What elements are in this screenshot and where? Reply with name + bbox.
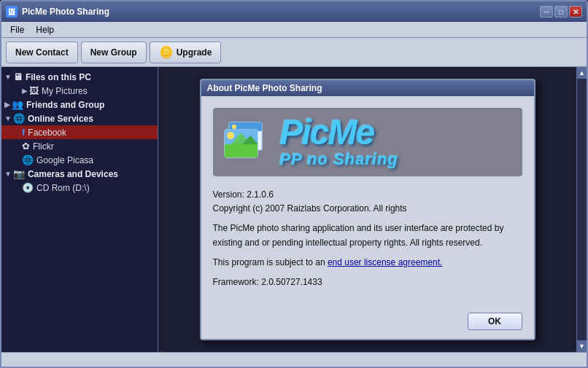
pictures-icon: 🖼 [29,85,39,96]
sidebar-section-online[interactable]: ▼ 🌐 Online Services [1,111,158,125]
status-bar [1,352,587,367]
logo-text-area: PicMe PP no Sharing [280,115,515,169]
scroll-down-arrow[interactable]: ▼ [577,340,587,352]
scroll-up-arrow[interactable]: ▲ [577,67,587,79]
window-controls: ─ □ ✕ [540,6,582,17]
maximize-button[interactable]: □ [554,6,568,17]
version-label: Version: [213,189,247,200]
expand-arrow-online: ▼ [4,114,12,122]
menu-bar: File Help [1,22,587,38]
dialog-title-bar: About PicMe Photo Sharing [201,80,534,96]
app-logo-icon [220,117,271,168]
sidebar: ▼ 🖥 Files on this PC ▶ 🖼 My Pictures ▶ 👥… [1,67,158,352]
sidebar-item-facebook[interactable]: f Facebook [1,125,158,139]
flickr-icon: ✿ [22,141,30,152]
svg-rect-8 [225,144,258,157]
main-panel: About PicMe Photo Sharing [158,67,576,352]
license-link[interactable]: end user liscense agreement. [328,257,442,267]
sidebar-online-label: Online Services [28,114,93,124]
minimize-button[interactable]: ─ [540,6,553,17]
title-bar: 🖼 PicMe Photo Sharing ─ □ ✕ [1,1,587,22]
version-value: 2.1.0.6 [247,189,274,200]
online-icon: 🌐 [13,113,25,124]
sidebar-cameras-label: Cameras and Devices [28,169,118,179]
main-content-area: About PicMe Photo Sharing [158,67,587,352]
menu-help[interactable]: Help [30,23,60,36]
svg-point-2 [232,125,236,129]
sidebar-picasa-label: Google Picasa [36,155,93,165]
picasa-icon: 🌐 [22,154,34,165]
sidebar-files-label: Files on this PC [26,72,91,82]
sidebar-item-my-pictures[interactable]: ▶ 🖼 My Pictures [1,84,158,98]
expand-arrow-pictures: ▶ [22,87,28,95]
framework-line: Framework: 2.0.50727.1433 [213,275,522,289]
dialog-info: Version: 2.1.0.6Copyright (c) 2007 Raizl… [213,188,522,289]
close-button[interactable]: ✕ [569,6,582,17]
menu-file[interactable]: File [4,23,30,36]
about-dialog: About PicMe Photo Sharing [200,79,535,340]
sidebar-section-files[interactable]: ▼ 🖥 Files on this PC [1,70,158,84]
dialog-title: About PicMe Photo Sharing [207,83,322,93]
sidebar-item-cdrom[interactable]: 💿 CD Rom (D:\) [1,181,158,195]
main-scrollbar: ▲ ▼ [576,67,587,352]
picme-sub-text: PP no Sharing [280,150,515,169]
upgrade-label: Upgrade [177,47,212,58]
dialog-logo-area: PicMe PP no Sharing [213,108,522,176]
new-contact-button[interactable]: New Contact [6,42,78,63]
expand-arrow-cameras: ▼ [4,170,12,178]
scroll-track [577,79,587,340]
cdrom-icon: 💿 [22,182,34,193]
sidebar-flickr-label: Flickr [33,141,54,152]
coin-icon: 🪙 [159,45,174,59]
friends-icon: 👥 [12,99,23,110]
version-line: Version: 2.1.0.6Copyright (c) 2007 Raizl… [213,188,522,216]
main-window: 🖼 PicMe Photo Sharing ─ □ ✕ File Help Ne… [0,0,588,368]
upgrade-button[interactable]: 🪙 Upgrade [150,42,222,63]
framework-label: Framework: [213,277,262,287]
toolbar: New Contact New Group 🪙 Upgrade [1,38,587,67]
expand-arrow-files: ▼ [4,73,12,81]
ok-button[interactable]: OK [468,313,522,330]
svg-point-5 [227,132,234,139]
new-group-button[interactable]: New Group [81,42,147,63]
window-title: PicMe Photo Sharing [22,7,540,17]
dialog-body: PicMe PP no Sharing Version: 2.1.0.6Copy… [201,96,534,307]
copyright-text: Copyright (c) 2007 Raizlabs Corporation.… [213,203,407,214]
dialog-overlay: About PicMe Photo Sharing [158,67,576,352]
camera-icon: 📷 [13,168,25,179]
computer-icon: 🖥 [13,71,23,82]
sidebar-cdrom-label: CD Rom (D:\) [36,183,90,193]
sidebar-section-cameras[interactable]: ▼ 📷 Cameras and Devices [1,167,158,181]
dialog-footer: OK [201,307,534,339]
app-icon: 🖼 [6,6,18,17]
sidebar-item-flickr[interactable]: ✿ Flickr [1,139,158,153]
content-area: ▼ 🖥 Files on this PC ▶ 🖼 My Pictures ▶ 👥… [1,67,587,352]
framework-value: 2.0.50727.1433 [261,277,322,287]
picme-logo-text: PicMe [280,115,515,150]
sidebar-item-picasa[interactable]: 🌐 Google Picasa [1,153,158,167]
sidebar-section-friends[interactable]: ▶ 👥 Friends and Group [1,98,158,111]
expand-arrow-friends: ▶ [4,101,10,109]
facebook-icon: f [22,127,25,138]
sidebar-facebook-label: Facebook [28,128,66,138]
description-text: The PicMe photo sharing application and … [213,222,522,249]
sidebar-friends-label: Friends and Group [26,100,104,110]
license-text: This program is subject to an end user l… [213,256,522,270]
sidebar-pictures-label: My Pictures [42,86,88,96]
